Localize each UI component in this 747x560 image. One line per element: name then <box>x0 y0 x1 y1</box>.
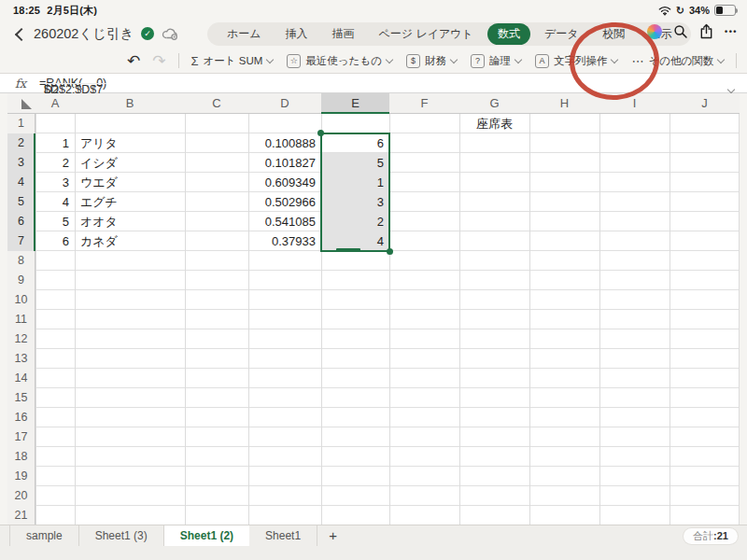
sheet-tab-Sheet1[interactable]: Sheet1 <box>249 525 317 546</box>
battery-percent: 34% <box>689 5 710 16</box>
gridline-horizontal <box>7 387 740 388</box>
row-header-13[interactable]: 13 <box>7 349 35 369</box>
row-header-21[interactable]: 21 <box>7 506 35 525</box>
tab-ページ レイアウト[interactable]: ページ レイアウト <box>369 23 484 45</box>
row-header-17[interactable]: 17 <box>7 427 35 447</box>
cell-A3[interactable]: 2 <box>35 153 75 173</box>
cell-B6[interactable]: オオタ <box>75 212 185 231</box>
ribbon-button-label: 論理 <box>489 54 511 68</box>
column-header-E[interactable]: E <box>321 93 389 114</box>
formula-ref-token: $D$2:$D$7 <box>40 83 106 84</box>
row-header-7[interactable]: 7 <box>7 231 35 251</box>
row-header-16[interactable]: 16 <box>7 408 35 427</box>
row-header-15[interactable]: 15 <box>7 388 35 408</box>
search-icon[interactable] <box>673 24 688 39</box>
row-header-12[interactable]: 12 <box>7 329 35 349</box>
tab-挿入[interactable]: 挿入 <box>275 23 318 45</box>
copilot-icon[interactable] <box>647 24 662 39</box>
sheet-tab-sample[interactable]: sample <box>9 525 79 546</box>
column-header-I[interactable]: I <box>599 93 669 114</box>
gridline-horizontal <box>7 466 740 467</box>
cell-B2[interactable]: アリタ <box>75 133 185 153</box>
status-date: 2月5日(木) <box>47 5 97 16</box>
row-header-19[interactable]: 19 <box>7 467 35 486</box>
tab-校閲[interactable]: 校閲 <box>592 23 635 45</box>
column-header-B[interactable]: B <box>75 93 185 114</box>
row-header-18[interactable]: 18 <box>7 447 35 467</box>
tab-ホーム[interactable]: ホーム <box>217 23 272 45</box>
ribbon-button-オート SUM[interactable]: Σオート SUM <box>191 54 274 68</box>
row-header-20[interactable]: 20 <box>7 486 35 506</box>
selection-handle-top-left[interactable] <box>317 130 324 136</box>
cell-A6[interactable]: 5 <box>35 212 75 231</box>
cell-D7[interactable]: 0.37933 <box>248 231 321 251</box>
cell-B7[interactable]: カネダ <box>75 231 185 251</box>
formula-bar[interactable]: fx =RANK(D2,$D$2:$D$7,0) <box>0 73 747 93</box>
cell-D2[interactable]: 0.100888 <box>248 133 321 153</box>
battery-icon <box>714 5 736 16</box>
row-header-2[interactable]: 2 <box>7 133 35 153</box>
gridline-horizontal <box>7 407 740 408</box>
column-header-A[interactable]: A <box>35 93 75 114</box>
ribbon-button-その他の関数[interactable]: ⋯その他の関数 <box>631 54 724 68</box>
ribbon-button-財務[interactable]: $財務 <box>406 54 457 68</box>
tab-描画[interactable]: 描画 <box>322 23 365 45</box>
row-header-8[interactable]: 8 <box>7 251 35 271</box>
row-header-3[interactable]: 3 <box>7 153 35 173</box>
column-header-G[interactable]: G <box>459 93 529 114</box>
cell-A2[interactable]: 1 <box>35 133 75 153</box>
cell-A4[interactable]: 3 <box>35 173 75 192</box>
share-icon[interactable] <box>699 23 713 39</box>
cloud-sync-icon[interactable] <box>162 27 178 40</box>
row-header-4[interactable]: 4 <box>7 173 35 192</box>
row-header-6[interactable]: 6 <box>7 212 35 231</box>
tab-数式[interactable]: 数式 <box>487 23 530 45</box>
column-header-D[interactable]: D <box>248 93 321 114</box>
formula-text[interactable]: =RANK(D2,$D$2:$D$7,0) <box>37 77 108 90</box>
cell-D3[interactable]: 0.101827 <box>248 153 321 173</box>
cell-A7[interactable]: 6 <box>35 231 75 251</box>
ribbon-button-label: その他の関数 <box>648 54 713 68</box>
select-all-corner[interactable] <box>7 93 35 114</box>
cell-G1[interactable]: 座席表 <box>459 114 529 133</box>
cell-D6[interactable]: 0.541085 <box>248 212 321 231</box>
column-header-C[interactable]: C <box>185 93 248 114</box>
more-options-icon[interactable]: ••• <box>725 27 738 36</box>
back-button[interactable] <box>13 28 26 41</box>
row-header-5[interactable]: 5 <box>7 192 35 212</box>
cell-B5[interactable]: エグチ <box>75 192 185 212</box>
column-header-H[interactable]: H <box>529 93 599 114</box>
row-header-1[interactable]: 1 <box>7 114 35 133</box>
row-header-14[interactable]: 14 <box>7 369 35 388</box>
cell-B4[interactable]: ウエダ <box>75 173 185 192</box>
select-all-triangle-icon <box>21 99 32 109</box>
summary-pill[interactable]: 合計:21 <box>684 528 738 544</box>
chevron-down-icon <box>266 55 274 63</box>
cell-D4[interactable]: 0.609349 <box>248 173 321 192</box>
wifi-icon <box>658 6 671 16</box>
cell-D5[interactable]: 0.502966 <box>248 192 321 212</box>
ribbon-button-最近使ったもの[interactable]: ☆最近使ったもの <box>287 54 392 68</box>
sheet-tab-bar: sampleSheet1 (3)Sheet1 (2)Sheet1+ 合計:21 <box>0 525 747 560</box>
redo-button[interactable]: ↷ <box>152 53 165 69</box>
sheet-tab-Sheet1 (2)[interactable]: Sheet1 (2) <box>164 525 249 546</box>
ribbon-button-論理[interactable]: ?論理 <box>471 54 521 68</box>
sheet-tab-Sheet1 (3)[interactable]: Sheet1 (3) <box>79 525 164 546</box>
row-header-9[interactable]: 9 <box>7 271 35 290</box>
selection-handle-bottom-right[interactable] <box>387 248 393 255</box>
document-title[interactable]: 260202くじ引き <box>34 25 134 43</box>
formulas-ribbon: ↶ ↷ Σオート SUM☆最近使ったもの$財務?論理A文字列操作⋯その他の関数 <box>0 49 747 73</box>
selection-border[interactable] <box>320 133 390 252</box>
row-header-11[interactable]: 11 <box>7 310 35 329</box>
cell-B3[interactable]: イシダ <box>75 153 185 173</box>
ribbon-button-文字列操作[interactable]: A文字列操作 <box>535 54 618 68</box>
row-header-10[interactable]: 10 <box>7 290 35 310</box>
add-sheet-button[interactable]: + <box>317 525 348 546</box>
tab-データ[interactable]: データ <box>534 23 589 45</box>
chevron-down-icon <box>386 55 393 63</box>
column-header-J[interactable]: J <box>669 93 740 114</box>
undo-button[interactable]: ↶ <box>127 53 140 69</box>
cell-A5[interactable]: 4 <box>35 192 75 212</box>
autofill-handle[interactable] <box>336 248 360 251</box>
column-header-F[interactable]: F <box>389 93 459 114</box>
